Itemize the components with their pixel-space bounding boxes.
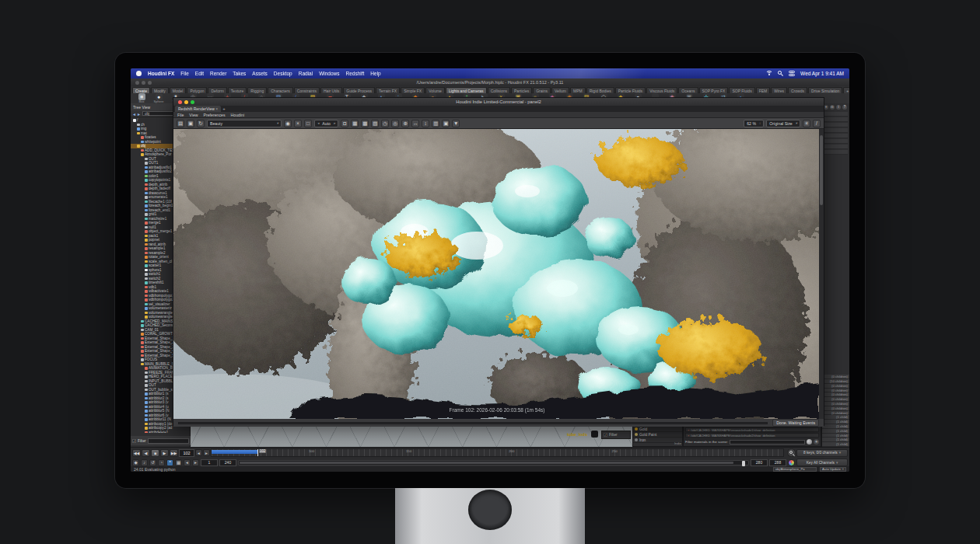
color-wheel-icon[interactable]	[788, 459, 795, 466]
status-path-field[interactable]: obj/Atmosphere_Po	[773, 467, 817, 472]
shelf-tab-guide-process[interactable]: Guide Process	[343, 87, 375, 93]
playback-range-slider[interactable]	[238, 460, 749, 466]
shelf-tab-texture[interactable]: Texture	[228, 87, 247, 93]
layers-icon[interactable]: ▥	[432, 120, 439, 127]
open-folder-icon[interactable]: ▤	[177, 120, 184, 127]
shelf-tab-wires[interactable]: Wires	[771, 87, 787, 93]
scoped-channels-select[interactable]: 8 keys, 0/0 channels▾	[796, 449, 848, 457]
menu-assets[interactable]: Assets	[252, 71, 268, 76]
shelf-tab-drive-simulation[interactable]: Drive Simulation	[808, 87, 842, 93]
close-icon[interactable]: ×	[294, 120, 302, 127]
menu-takes[interactable]: Takes	[233, 71, 246, 76]
tree-filter-input[interactable]	[148, 438, 189, 444]
renderview-scrollbar[interactable]	[819, 129, 824, 419]
shelf-tab-viscous-fluids[interactable]: Viscous Fluids	[646, 87, 677, 93]
nav-forward-icon[interactable]: ▸	[138, 111, 140, 117]
pen-icon[interactable]: /	[813, 120, 821, 127]
shelf-tool-sphere[interactable]: ● Sphere	[152, 93, 165, 103]
mplay-icon[interactable]: ▣	[187, 120, 194, 127]
shelf-tab-crowds[interactable]: Crowds	[788, 87, 807, 93]
renderview-menu-file[interactable]: File	[177, 113, 184, 117]
remove-icon[interactable]: ×	[688, 434, 689, 438]
frame-step-forward-button[interactable]: ▸	[203, 449, 210, 456]
ghosting-toggle[interactable]: ▦	[175, 459, 182, 466]
simulation-toggle[interactable]: *	[166, 459, 173, 466]
shelf-tab-terrain-fx[interactable]: Terrain FX	[376, 87, 400, 93]
refresh-icon[interactable]: ↻	[197, 120, 205, 127]
shelf-tab-modify[interactable]: Modify	[151, 87, 169, 93]
range-start-field[interactable]: 1	[201, 459, 218, 466]
audio-toggle[interactable]: ♪	[141, 459, 148, 466]
copy-icon[interactable]: ▣	[442, 120, 450, 127]
shelf-tab-sop-pyro-fx[interactable]: SOP Pyro FX	[699, 87, 729, 93]
shelf-tab-collisions[interactable]: Collisions	[488, 87, 510, 93]
remove-icon[interactable]: ×	[688, 428, 689, 432]
shelf-tab-oceans[interactable]: Oceans	[678, 87, 698, 93]
shelf-tab-mpm[interactable]: MPM	[570, 87, 586, 93]
shelf-tab-vellum[interactable]: Vellum	[551, 87, 569, 93]
menu-desktop[interactable]: Desktop	[274, 71, 292, 76]
shelf-tab-simple-fx[interactable]: Simple FX	[401, 87, 425, 93]
shelf-tab-create[interactable]: Create	[132, 87, 150, 93]
shelf-tab-constraints[interactable]: Constraints	[294, 87, 320, 93]
menu-radial[interactable]: Radial	[299, 71, 313, 76]
shelf-tab-hair-utils[interactable]: Hair Utils	[320, 87, 342, 93]
tab-close-icon[interactable]: ×	[215, 106, 218, 111]
jump-start-button[interactable]: ◀◀	[132, 449, 141, 457]
snapshot-icon[interactable]: ◉	[284, 120, 292, 127]
jump-end-button[interactable]: ▶▶	[170, 449, 178, 457]
menu-app-name[interactable]: Houdini FX	[148, 71, 174, 76]
auto-update-select[interactable]: Auto Update▾	[820, 467, 846, 472]
gear-icon[interactable]: ✳	[803, 120, 810, 127]
apple-menu-icon[interactable]	[136, 71, 142, 76]
render-image-area[interactable]: Frame 102: 2026-02-06 20:03:58 (1m 54s)	[173, 129, 824, 419]
shader-path-row[interactable]: ×/obj/CACHED_MAINSHAPE/vexquickshade1/sh…	[685, 427, 819, 432]
shelf-tab-polygon[interactable]: Polygon	[187, 87, 207, 93]
shelf-tool-box[interactable]: ■ Box	[135, 93, 148, 103]
playhead[interactable]	[257, 449, 258, 457]
target-icon[interactable]: ◎	[391, 120, 399, 127]
material-item-gold-paint[interactable]: Gold Paint	[633, 432, 682, 438]
info-icon[interactable]: i	[836, 105, 841, 110]
lock-icon[interactable]: ◘	[341, 120, 348, 127]
shelf-tab-model[interactable]: Model	[170, 87, 187, 93]
shelf-tab-characters[interactable]: Characters	[268, 87, 292, 93]
crop-icon[interactable]: □	[304, 120, 312, 127]
shelf-tab-particles[interactable]: Particles	[511, 87, 532, 93]
shelf-tab-volume[interactable]: Volume	[425, 87, 445, 93]
spotlight-search-icon[interactable]	[778, 71, 783, 76]
material-item-gold[interactable]: Gold	[633, 427, 682, 432]
menu-help[interactable]: Help	[370, 71, 380, 76]
shelf-tab-rigging[interactable]: Rigging	[247, 87, 267, 93]
shelf-tab-lights-and-cameras[interactable]: Lights and Cameras	[446, 87, 487, 93]
play-reverse-button[interactable]: ◀	[142, 449, 150, 457]
shelf-tab--[interactable]: +	[843, 87, 849, 93]
shelf-tab-grains[interactable]: Grains	[533, 87, 551, 93]
renderview-menu-houdini[interactable]: Houdini	[231, 113, 245, 117]
key-all-channels-button[interactable]: Key All Channels▾	[796, 459, 848, 466]
global-start-field[interactable]: 280	[751, 459, 768, 466]
range-end-field[interactable]: 240	[219, 459, 236, 466]
viewport-filter-checkbox[interactable]: ✓	[604, 433, 607, 437]
tree-node[interactable]: attribdelete1	[131, 431, 190, 434]
expand-icon[interactable]: ↕	[422, 120, 429, 127]
wifi-icon[interactable]	[765, 71, 772, 76]
region-icon[interactable]: ▧	[371, 120, 379, 127]
clock-icon[interactable]: ◷	[381, 120, 389, 127]
follow-playbar-toggle[interactable]: ◆	[132, 459, 139, 466]
prev-key-button[interactable]: ◂	[184, 459, 191, 466]
global-end-field[interactable]: 288	[769, 459, 786, 466]
frame-step-back-button[interactable]: ◂	[195, 449, 202, 456]
realtime-toggle[interactable]: ◔	[158, 459, 165, 466]
shelf-tab-deform[interactable]: Deform	[208, 87, 226, 93]
play-button[interactable]: ▶	[160, 449, 169, 457]
image-size-select[interactable]: Original Size▾	[766, 120, 800, 127]
loop-toggle[interactable]: ↺	[149, 459, 156, 466]
shelf-tab-sop-fluids[interactable]: SOP Fluids	[729, 87, 754, 93]
menu-render[interactable]: Render	[210, 71, 226, 76]
shader-path-row[interactable]: ×/obj/CACHED_MAINSHAPE/vexquickshade2/sh…	[685, 433, 819, 438]
save-icon[interactable]: ▼	[452, 120, 460, 127]
material-filter-input[interactable]	[730, 440, 805, 445]
menu-edit[interactable]: Edit	[195, 71, 204, 76]
fit-icon[interactable]: ↔	[411, 120, 419, 127]
